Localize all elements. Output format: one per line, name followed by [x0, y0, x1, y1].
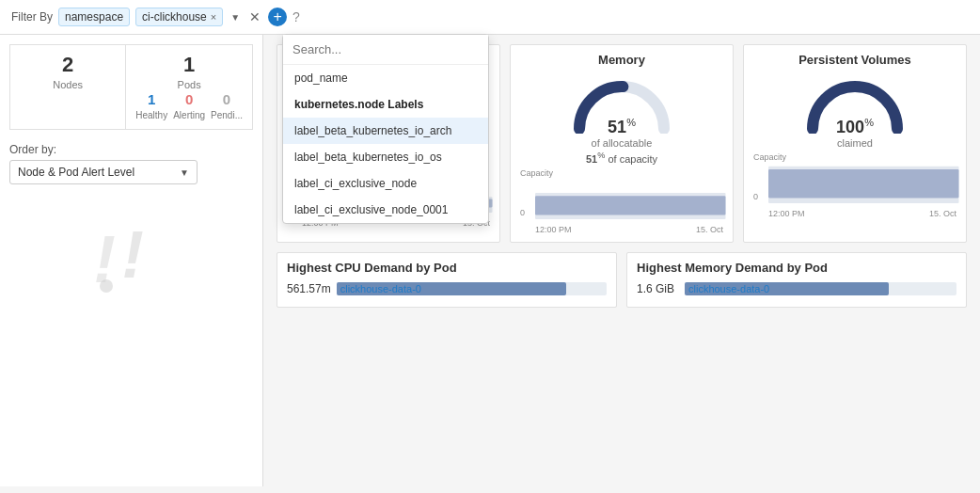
order-select[interactable]: Node & Pod Alert Level ▼	[9, 160, 198, 184]
healthy-stat: 1 Healthy	[135, 91, 167, 121]
cpu-demand-pod-label: clickhouse-data-0	[340, 282, 421, 295]
filter-dropdown-button[interactable]: ▼	[229, 12, 242, 23]
healthy-count: 1	[135, 91, 167, 107]
pods-count: 1	[135, 53, 243, 77]
nodes-stat-box: 2 Nodes	[9, 44, 125, 130]
dropdown-item-os[interactable]: label_beta_kubernetes_io_os	[283, 144, 488, 170]
pending-count: 0	[211, 91, 243, 107]
memory-demand-bar: clickhouse-data-0	[685, 282, 956, 295]
memory-gauge-pct: 51%	[608, 118, 636, 136]
filter-add-button[interactable]: +	[268, 8, 287, 26]
cpu-demand-value: 561.57m	[287, 282, 331, 295]
pv-time-end: 15. Oct	[929, 209, 956, 218]
pv-chart-timeline: 12:00 PM 15. Oct	[768, 209, 956, 218]
sidebar: 2 Nodes 1 Pods 1 Healthy 0 Alerting 0	[0, 35, 263, 486]
memory-capacity-pct: 51	[586, 153, 597, 165]
memory-capacity-label: of capacity	[608, 153, 657, 165]
namespace-filter-tag[interactable]: namespace	[58, 8, 130, 26]
pv-gauge-container: 100% claimed	[753, 72, 956, 149]
memory-panel: Memory 51% of allocatable 51% of capacit…	[510, 44, 734, 243]
pv-chart-svg	[768, 161, 959, 203]
main-content: 2 Nodes 1 Pods 1 Healthy 0 Alerting 0	[0, 35, 980, 486]
alert-icon: ! !	[85, 213, 179, 297]
nodes-label: Nodes	[53, 79, 83, 90]
healthy-label: Healthy	[135, 110, 167, 120]
memory-gauge-container: 51% of allocatable 51% of capacity	[520, 72, 723, 165]
cpu-demand-panel: Highest CPU Demand by Pod 561.57m clickh…	[277, 252, 617, 308]
memory-time-start: 12:00 PM	[535, 225, 572, 234]
pv-chart-zero: 0	[753, 192, 758, 201]
filter-by-label: Filter By	[11, 10, 53, 24]
memory-chart-area: Capacity 0 12:00 PM 15. Oct	[520, 168, 723, 234]
cpu-demand-title: Highest CPU Demand by Pod	[287, 261, 607, 275]
filter-clear-button[interactable]: ✕	[247, 9, 262, 24]
dropdown-item-exclusive-node-0001[interactable]: label_ci_exclusive_node_0001	[283, 197, 488, 223]
ci-clickhouse-tag-close[interactable]: ×	[211, 12, 216, 23]
small-circle-icon	[100, 279, 113, 293]
memory-chart-zero: 0	[520, 208, 525, 217]
memory-demand-bar-row: 1.6 GiB clickhouse-data-0	[637, 282, 956, 295]
memory-demand-pod-label: clickhouse-data-0	[688, 282, 769, 295]
alerting-count: 0	[173, 91, 205, 107]
filter-bar: Filter By namespace ci-clickhouse × ▼ ✕ …	[0, 0, 980, 35]
dropdown-item-arch[interactable]: label_beta_kubernetes_io_arch	[283, 118, 488, 144]
demand-row: Highest CPU Demand by Pod 561.57m clickh…	[277, 252, 967, 308]
svg-rect-5	[768, 169, 959, 198]
pv-time-start: 12:00 PM	[768, 209, 805, 218]
filter-help-button[interactable]: ?	[292, 9, 300, 24]
order-select-value: Node & Pod Alert Level	[18, 166, 134, 179]
alerting-stat: 0 Alerting	[173, 91, 205, 121]
pending-stat: 0 Pendi...	[211, 91, 243, 121]
ci-clickhouse-filter-tag[interactable]: ci-clickhouse ×	[135, 8, 223, 26]
dropdown-search-input[interactable]	[283, 35, 488, 65]
memory-allocatable-label: of allocatable	[592, 137, 653, 149]
memory-chart-svg	[535, 177, 726, 219]
dropdown-item-exclusive-node[interactable]: label_ci_exclusive_node	[283, 170, 488, 197]
ci-clickhouse-tag-value: ci-clickhouse	[142, 10, 207, 24]
stats-row: 2 Nodes 1 Pods 1 Healthy 0 Alerting 0	[9, 44, 253, 130]
filter-dropdown: pod_name kubernetes.node Labels label_be…	[282, 34, 489, 224]
memory-panel-title: Memory	[520, 53, 723, 67]
pv-claimed-label: claimed	[837, 137, 873, 149]
cpu-demand-bar-row: 561.57m clickhouse-data-0	[287, 282, 607, 295]
pending-label: Pendi...	[211, 110, 243, 120]
pv-chart-area: Capacity 0 12:00 PM 15. Oct	[753, 152, 956, 218]
exclamation-icon-2: !	[122, 217, 144, 293]
pv-panel: Persistent Volumes 100% claimed Capacity…	[743, 44, 967, 243]
order-label: Order by:	[9, 143, 253, 156]
memory-time-end: 15. Oct	[696, 225, 723, 234]
namespace-tag-name: namespace	[65, 10, 123, 24]
nodes-count: 2	[20, 53, 116, 77]
pods-label: Pods	[178, 79, 201, 90]
dropdown-item-k8s-labels[interactable]: kubernetes.node Labels	[283, 91, 488, 118]
memory-demand-value: 1.6 GiB	[637, 282, 679, 295]
cpu-demand-bar: clickhouse-data-0	[337, 282, 607, 295]
chevron-down-icon: ▼	[180, 167, 189, 178]
pods-stat-box: 1 Pods 1 Healthy 0 Alerting 0 Pendi...	[125, 44, 253, 130]
memory-capacity-sup: %	[597, 151, 605, 160]
pv-gauge-pct: 100%	[836, 118, 874, 136]
memory-demand-panel: Highest Memory Demand by Pod 1.6 GiB cli…	[626, 252, 967, 308]
memory-capacity-row: 51% of capacity	[586, 151, 657, 165]
dropdown-item-pod-name[interactable]: pod_name	[283, 65, 488, 91]
pv-panel-title: Persistent Volumes	[753, 53, 956, 67]
memory-demand-title: Highest Memory Demand by Pod	[637, 261, 956, 275]
svg-rect-3	[535, 196, 726, 215]
memory-chart-timeline: 12:00 PM 15. Oct	[535, 225, 723, 234]
alert-icon-area: ! !	[9, 213, 253, 297]
pods-sub-row: 1 Healthy 0 Alerting 0 Pendi...	[135, 91, 243, 121]
alerting-label: Alerting	[173, 110, 205, 120]
